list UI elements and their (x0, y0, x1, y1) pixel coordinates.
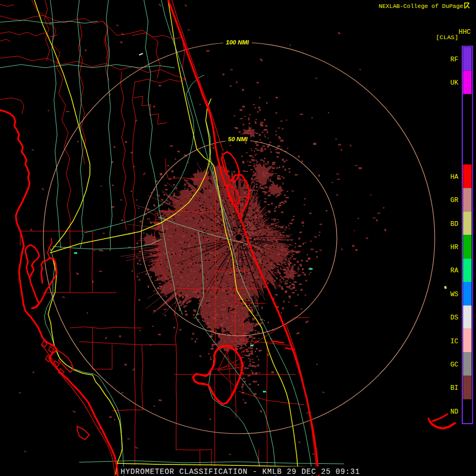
svg-text:[CLAS]: [CLAS] (436, 34, 458, 41)
svg-text:IC: IC (450, 338, 458, 345)
svg-text:HYDROMETEOR CLASSIFICATION - K: HYDROMETEOR CLASSIFICATION - KMLB 29 DEC… (121, 468, 360, 476)
svg-text:BD: BD (450, 221, 458, 228)
svg-text:HR: HR (450, 244, 459, 251)
svg-text:HHC: HHC (459, 28, 471, 36)
svg-text:ND: ND (450, 408, 458, 416)
svg-text:HA: HA (450, 173, 459, 181)
svg-text:100 NMI: 100 NMI (226, 39, 249, 45)
svg-text:GC: GC (450, 361, 458, 369)
svg-text:RA: RA (450, 267, 459, 274)
svg-text:RF: RF (450, 56, 458, 63)
svg-text:WS: WS (450, 291, 458, 298)
svg-text:DS: DS (450, 314, 458, 322)
svg-text:50 NMI: 50 NMI (228, 136, 248, 142)
svg-text:GR: GR (450, 197, 459, 204)
svg-text:NEXLAB-College of DuPage: NEXLAB-College of DuPage (379, 3, 463, 10)
svg-text:UK: UK (450, 79, 459, 87)
svg-text:BI: BI (450, 385, 458, 392)
